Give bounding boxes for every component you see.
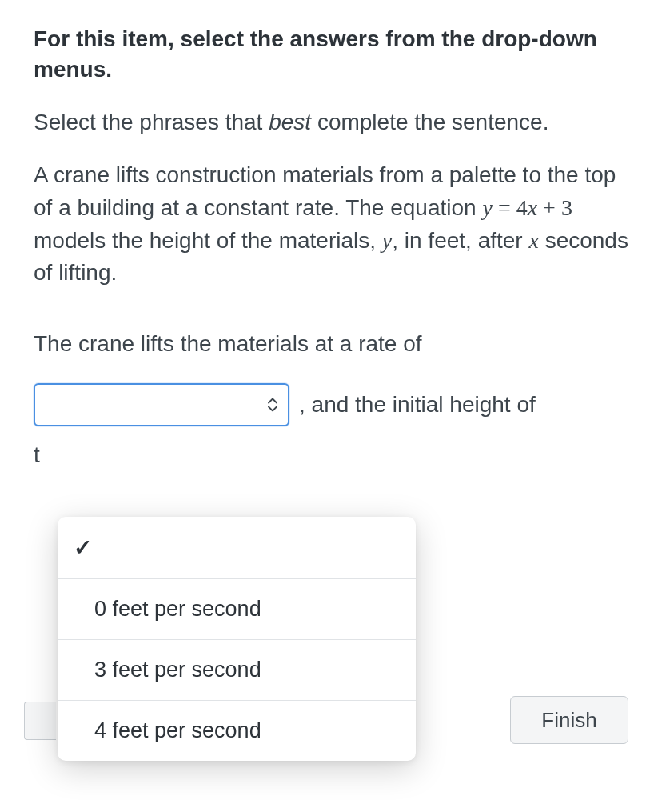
math-eq-mid: = 4 <box>493 195 528 220</box>
rate-dropdown-list: ✓ 0 feet per second 3 feet per second 4 … <box>58 517 416 761</box>
fill-row-2: t <box>34 442 628 468</box>
math-var-x: x <box>528 195 537 220</box>
dropdown-option-blank[interactable]: ✓ <box>58 517 416 579</box>
dropdown-option-label: 3 feet per second <box>94 658 261 682</box>
subinstruction: Select the phrases that best complete th… <box>34 107 628 138</box>
finish-label: Finish <box>541 708 596 733</box>
problem-mid: models the height of the materials, <box>34 228 382 253</box>
select-arrows-icon <box>267 398 278 411</box>
dropdown-option-label: 4 feet per second <box>94 718 261 742</box>
math-var-x2: x <box>528 228 538 253</box>
math-var-y2: y <box>382 228 392 253</box>
fill-row-1: , and the initial height of <box>34 383 628 426</box>
rate-select[interactable] <box>34 383 289 426</box>
dropdown-option-4fps[interactable]: 4 feet per second <box>58 701 416 761</box>
row2-leading-char: t <box>34 442 48 468</box>
sentence-lead: The crane lifts the materials at a rate … <box>34 328 628 359</box>
instruction-bold: For this item, select the answers from t… <box>34 24 628 85</box>
math-eq-post: + 3 <box>537 195 572 220</box>
dropdown-option-3fps[interactable]: 3 feet per second <box>58 640 416 701</box>
problem-text: A crane lifts construction materials fro… <box>34 159 628 289</box>
dropdown-option-label: 0 feet per second <box>94 597 261 621</box>
finish-button[interactable]: Finish <box>510 696 628 744</box>
after-select-text: , and the initial height of <box>299 392 536 418</box>
checkmark-icon: ✓ <box>74 535 92 560</box>
subinstruction-pre: Select the phrases that <box>34 110 269 134</box>
math-var-y: y <box>482 195 492 220</box>
subinstruction-em: best <box>269 110 311 134</box>
subinstruction-post: complete the sentence. <box>311 110 548 134</box>
partial-button-edge <box>24 702 56 740</box>
problem-after-y2: , in feet, after <box>392 228 528 253</box>
dropdown-option-0fps[interactable]: 0 feet per second <box>58 579 416 640</box>
